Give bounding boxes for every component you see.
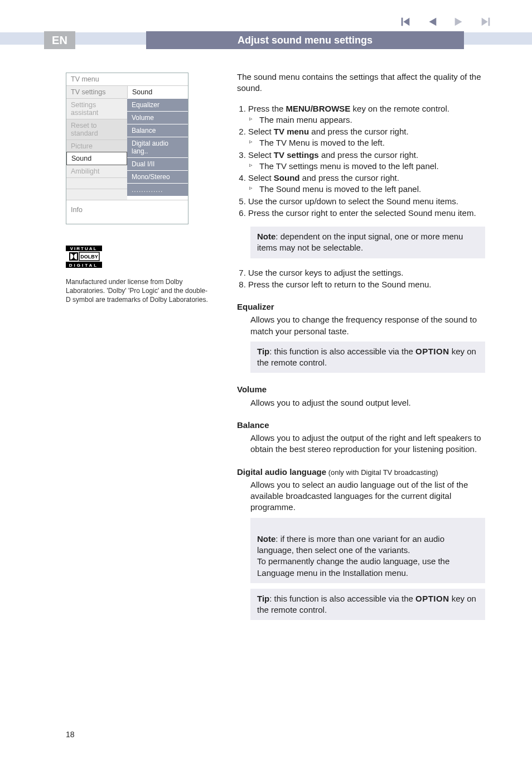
intro-text: The sound menu contains the settings tha… bbox=[237, 71, 485, 94]
step-8: Press the cursor left to return to the S… bbox=[248, 279, 485, 290]
balance-body: Allows you to adjust the output of the r… bbox=[237, 432, 485, 455]
note1-bold: Note bbox=[257, 232, 275, 241]
dal-tip: Tip: this function is also accessible vi… bbox=[250, 589, 485, 621]
step-4-bold: Sound bbox=[274, 173, 300, 182]
step-2-sub: The TV Menu is moved to the left. bbox=[248, 137, 485, 148]
menu-right-volume: Volume bbox=[127, 111, 188, 124]
menu-left-picture: Picture bbox=[66, 140, 127, 152]
menu-right-head: Sound bbox=[127, 85, 188, 98]
dal-head-text: Digital audio language bbox=[237, 467, 326, 477]
step-3-tail: and press the cursor right. bbox=[319, 150, 418, 160]
step-1-pre: Press the bbox=[248, 104, 286, 113]
step-7: Use the cursor keys to adjust the settin… bbox=[248, 267, 485, 278]
step-2-tail: and press the cursor right. bbox=[309, 127, 408, 136]
nav-icon-bar bbox=[399, 16, 492, 28]
svg-marker-3 bbox=[455, 18, 462, 26]
step-3-sub: The TV settings menu is moved to the lef… bbox=[248, 161, 485, 172]
menu-left-empty2 bbox=[66, 189, 127, 200]
dolby-block: VIRTUAL DOLBY DIGITAL Manufactured under… bbox=[66, 246, 216, 305]
step-3-bold: TV settings bbox=[274, 150, 319, 160]
step-list: Press the MENU/BROWSE key on the remote … bbox=[237, 103, 485, 219]
eq-tip-opt: OPTION bbox=[415, 347, 449, 356]
svg-marker-2 bbox=[429, 18, 437, 26]
step-1-tail: key on the remote control. bbox=[350, 104, 449, 113]
page-title: Adjust sound menu settings bbox=[146, 31, 464, 49]
menu-left-tvsettings: TV settings bbox=[66, 85, 127, 98]
equalizer-body: Allows you to change the frequency respo… bbox=[237, 314, 485, 337]
equalizer-tip: Tip: this function is also accessible vi… bbox=[250, 342, 485, 373]
step-4-pre: Select bbox=[248, 173, 274, 182]
eq-tip-bold: Tip bbox=[257, 347, 269, 356]
dolby-logo-icon: VIRTUAL DOLBY DIGITAL bbox=[66, 246, 102, 268]
step-4-sub: The Sound menu is moved to the left pane… bbox=[248, 184, 485, 195]
menu-left-sound: Sound bbox=[66, 152, 127, 165]
menu-right-equalizer: Equalizer bbox=[127, 98, 188, 111]
step-5: Use the cursor up/down to select the Sou… bbox=[248, 196, 485, 207]
play-left-icon[interactable] bbox=[426, 16, 438, 28]
page-number: 18 bbox=[66, 730, 75, 739]
step-2-bold: TV menu bbox=[274, 127, 309, 136]
dal-note: Note: if there is more than one variant … bbox=[250, 518, 485, 583]
menu-right-dal: Digital audio lang.. bbox=[127, 137, 188, 157]
lang-tag: EN bbox=[44, 31, 75, 49]
menu-title: TV menu bbox=[66, 73, 188, 85]
menu-left-empty1 bbox=[66, 177, 127, 189]
step-1-sub: The main menu appears. bbox=[248, 114, 485, 126]
step-3: Select TV settings and press the cursor … bbox=[248, 150, 485, 172]
svg-marker-4 bbox=[482, 18, 488, 26]
svg-text:VIRTUAL: VIRTUAL bbox=[70, 246, 98, 251]
dal-body: Allows you to select an audio language o… bbox=[237, 479, 485, 513]
menu-left-reset: Reset to standard bbox=[66, 119, 127, 140]
step-1: Press the MENU/BROWSE key on the remote … bbox=[248, 103, 485, 126]
step-2: Select TV menu and press the cursor righ… bbox=[248, 126, 485, 149]
step-6: Press the cursor right to enter the sele… bbox=[248, 208, 485, 219]
note-box-1: Note: dependent on the input signal, one… bbox=[250, 227, 485, 258]
dal-tip-opt: OPTION bbox=[415, 594, 449, 603]
svg-rect-5 bbox=[489, 18, 490, 26]
svg-marker-0 bbox=[403, 18, 409, 26]
dal-note-text: : if there is more than one variant for … bbox=[257, 534, 449, 578]
menu-left-settings-assistant: Settings assistant bbox=[66, 98, 127, 119]
volume-head: Volume bbox=[237, 384, 485, 395]
menu-right-balance: Balance bbox=[127, 124, 188, 137]
step-4: Select Sound and press the cursor right.… bbox=[248, 172, 485, 195]
dolby-caption: Manufactured under license from Dolby La… bbox=[66, 277, 208, 305]
dal-head: Digital audio language (only with Digita… bbox=[237, 467, 485, 478]
menu-right-more: ............. bbox=[127, 183, 188, 196]
dal-qual: (only with Digital TV broadcasting) bbox=[326, 468, 438, 477]
volume-body: Allows you to adjust the sound output le… bbox=[237, 397, 485, 408]
eq-tip1: : this function is also accessible via t… bbox=[269, 347, 415, 356]
step-3-pre: Select bbox=[248, 150, 274, 160]
menu-right-dual: Dual I/II bbox=[127, 157, 188, 170]
tv-menu-panel: TV menu TV settings Settings assistant R… bbox=[66, 73, 188, 224]
dal-tip-bold: Tip bbox=[257, 594, 269, 603]
step-1-bold: MENU/BROWSE bbox=[286, 104, 351, 113]
dal-tip1: : this function is also accessible via t… bbox=[269, 594, 415, 603]
note1-text: : dependent on the input signal, one or … bbox=[257, 232, 463, 252]
svg-text:DIGITAL: DIGITAL bbox=[69, 263, 98, 268]
play-right-icon[interactable] bbox=[453, 16, 465, 28]
skip-forward-icon[interactable] bbox=[480, 16, 492, 28]
step-4-tail: and press the cursor right. bbox=[300, 173, 399, 182]
dal-note-bold: Note bbox=[257, 534, 275, 544]
step-list-2: Use the cursor keys to adjust the settin… bbox=[237, 267, 485, 291]
svg-rect-1 bbox=[402, 18, 403, 26]
balance-head: Balance bbox=[237, 420, 485, 431]
skip-back-icon[interactable] bbox=[399, 16, 412, 28]
svg-text:DOLBY: DOLBY bbox=[80, 254, 98, 259]
step-2-pre: Select bbox=[248, 127, 274, 136]
menu-right-mono: Mono/Stereo bbox=[127, 170, 188, 183]
menu-info: Info bbox=[66, 200, 188, 224]
equalizer-head: Equalizer bbox=[237, 301, 485, 313]
menu-left-ambilight: Ambilight bbox=[66, 165, 127, 177]
